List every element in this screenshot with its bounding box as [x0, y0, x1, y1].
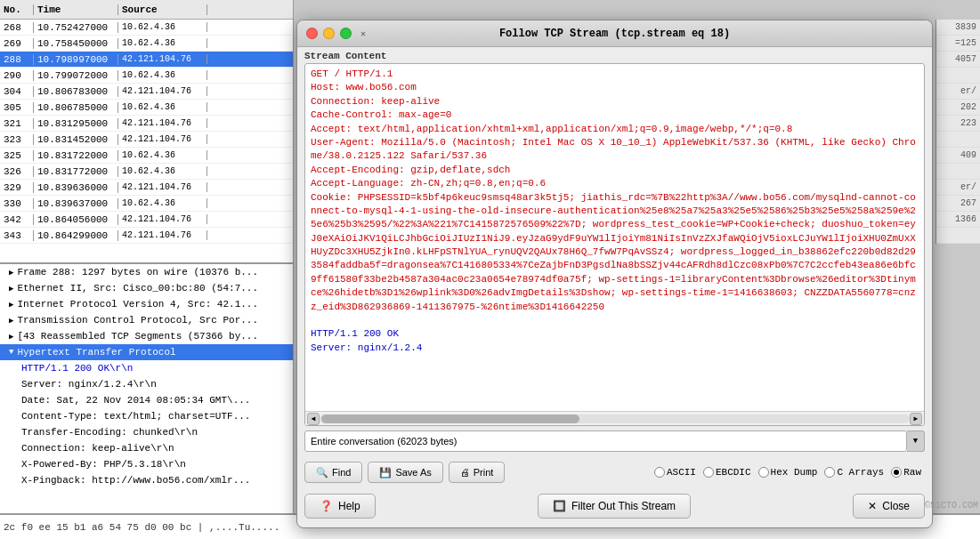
tree-panel: Frame 288: 1297 bytes on wire (10376 b..…: [0, 262, 294, 539]
side-number: 409: [936, 148, 980, 164]
horizontal-scrollbar[interactable]: ◀ ▶: [305, 411, 924, 425]
help-button[interactable]: ❓ Help: [304, 494, 376, 519]
packet-time: 10.864299000: [34, 230, 118, 241]
table-row[interactable]: 268 10.752427000 10.62.4.36: [0, 20, 293, 36]
packet-no: 304: [0, 86, 34, 97]
radio-option-raw[interactable]: Raw: [891, 467, 921, 478]
packet-src: 42.121.104.76: [118, 214, 207, 224]
side-number: 4057: [936, 52, 980, 68]
side-number: 3839: [936, 20, 980, 36]
table-row[interactable]: 325 10.831722000 10.62.4.36: [0, 148, 293, 164]
list-item[interactable]: HTTP/1.1 200 OK\r\n: [0, 360, 293, 376]
side-number: =125: [936, 36, 980, 52]
packet-no: 325: [0, 150, 34, 161]
tree-items-container: Frame 288: 1297 bytes on wire (10376 b..…: [0, 264, 293, 488]
packet-time: 10.831452000: [34, 134, 118, 145]
close-traffic-light[interactable]: [306, 28, 318, 39]
side-number: [936, 228, 980, 244]
close-button[interactable]: ✕ Close: [853, 494, 925, 519]
table-row[interactable]: 330 10.839637000 10.62.4.36: [0, 196, 293, 212]
side-number: [936, 132, 980, 148]
scroll-thumb[interactable]: [321, 414, 579, 423]
table-row[interactable]: 305 10.806785000 10.62.4.36: [0, 100, 293, 116]
dialog-titlebar: ✕ Follow TCP Stream (tcp.stream eq 18): [297, 20, 932, 47]
radio-option-ascii[interactable]: ASCII: [654, 467, 696, 478]
list-item[interactable]: X-Powered-By: PHP/5.3.18\r\n: [0, 456, 293, 472]
packet-time: 10.799072000: [34, 70, 118, 81]
conversation-dropdown-arrow[interactable]: ▼: [907, 430, 925, 452]
table-row[interactable]: 290 10.799072000 10.62.4.36: [0, 68, 293, 84]
table-row[interactable]: 269 10.758450000 10.62.4.36: [0, 36, 293, 52]
packet-time: 10.839636000: [34, 182, 118, 193]
list-item[interactable]: Date: Sat, 22 Nov 2014 08:05:34 GMT\...: [0, 392, 293, 408]
packet-src: 42.121.104.76: [118, 118, 207, 128]
radio-circle: [824, 467, 835, 478]
side-number: [936, 164, 980, 180]
packet-src: 42.121.104.76: [118, 86, 207, 96]
maximize-traffic-light[interactable]: [340, 28, 352, 39]
packet-time: 10.839637000: [34, 198, 118, 209]
save-as-button[interactable]: 💾 Save As: [368, 462, 442, 483]
find-button[interactable]: 🔍 Find: [304, 462, 362, 483]
radio-option-c-arrays[interactable]: C Arrays: [824, 467, 884, 478]
packet-src: 42.121.104.76: [118, 182, 207, 192]
list-item[interactable]: Connection: keep-alive\r\n: [0, 440, 293, 456]
side-number: 267: [936, 196, 980, 212]
radio-label: Hex Dump: [771, 467, 818, 478]
minimize-traffic-light[interactable]: [323, 28, 335, 39]
table-row[interactable]: 304 10.806783000 42.121.104.76: [0, 84, 293, 100]
table-row[interactable]: 323 10.831452000 42.121.104.76: [0, 132, 293, 148]
radio-circle: [703, 467, 714, 478]
list-item[interactable]: [43 Reassembled TCP Segments (57366 by..…: [0, 328, 293, 344]
conversation-bar: Entire conversation (62023 bytes) ▼: [304, 430, 925, 453]
side-number: er/: [936, 84, 980, 100]
packet-src: 42.121.104.76: [118, 230, 207, 240]
list-item[interactable]: X-Pingback: http://www.bo56.com/xmlr...: [0, 472, 293, 488]
scroll-right-arrow[interactable]: ▶: [910, 413, 922, 425]
radio-option-hex-dump[interactable]: Hex Dump: [758, 467, 818, 478]
list-item[interactable]: Transfer-Encoding: chunked\r\n: [0, 424, 293, 440]
list-item[interactable]: Internet Protocol Version 4, Src: 42.1..…: [0, 296, 293, 312]
packet-no: 330: [0, 198, 34, 209]
radio-label: ASCII: [667, 467, 696, 478]
packet-header: No. Time Source: [0, 0, 293, 20]
packet-src: 10.62.4.36: [118, 38, 207, 48]
list-item[interactable]: Frame 288: 1297 bytes on wire (10376 b..…: [0, 264, 293, 280]
radio-label: EBCDIC: [716, 467, 751, 478]
table-row[interactable]: 329 10.839636000 42.121.104.76: [0, 180, 293, 196]
bottom-buttons-row: ❓ Help 🔲 Filter Out This Stream ✕ Close: [304, 492, 925, 520]
packet-src: 42.121.104.76: [118, 54, 207, 64]
radio-circle: [654, 467, 665, 478]
watermark: ©51CTO.COM: [925, 501, 978, 511]
table-row[interactable]: 326 10.831772000 10.62.4.36: [0, 164, 293, 180]
dialog-title: Follow TCP Stream (tcp.stream eq 18): [499, 28, 730, 40]
table-row[interactable]: 342 10.864056000 42.121.104.76: [0, 212, 293, 228]
print-button[interactable]: 🖨 Print: [449, 462, 506, 483]
list-item[interactable]: Hypertext Transfer Protocol: [0, 344, 293, 360]
hex-content: 2c f0 ee 15 b1 a6 54 75 d0 00 bc | ,....…: [4, 522, 279, 533]
radio-option-ebcdic[interactable]: EBCDIC: [703, 467, 751, 478]
conversation-select[interactable]: Entire conversation (62023 bytes): [304, 430, 907, 452]
save-icon: 💾: [379, 467, 392, 479]
stream-text-area[interactable]: GET / HTTP/1.1 Host: www.bo56.com Connec…: [305, 64, 924, 411]
side-number: 202: [936, 100, 980, 116]
scroll-left-arrow[interactable]: ◀: [307, 413, 320, 425]
filter-out-button[interactable]: 🔲 Filter Out This Stream: [538, 494, 691, 519]
table-row[interactable]: 343 10.864299000 42.121.104.76: [0, 228, 293, 244]
packet-time: 10.864056000: [34, 214, 118, 225]
radio-circle: [758, 467, 769, 478]
list-item[interactable]: Transmission Control Protocol, Src Por..…: [0, 312, 293, 328]
table-row[interactable]: 288 10.798997000 42.121.104.76: [0, 52, 293, 68]
packet-src: 10.62.4.36: [118, 70, 207, 80]
side-number: [936, 68, 980, 84]
list-item[interactable]: Server: nginx/1.2.4\r\n: [0, 376, 293, 392]
table-row[interactable]: 321 10.831295000 42.121.104.76: [0, 116, 293, 132]
packet-time: 10.752427000: [34, 22, 118, 33]
packet-src: 10.62.4.36: [118, 102, 207, 112]
packet-src: 42.121.104.76: [118, 134, 207, 144]
list-item[interactable]: Content-Type: text/html; charset=UTF...: [0, 408, 293, 424]
list-item[interactable]: Ethernet II, Src: Cisco_00:bc:80 (54:7..…: [0, 280, 293, 296]
packet-time: 10.758450000: [34, 38, 118, 49]
radio-label: C Arrays: [837, 467, 884, 478]
help-icon: ❓: [320, 500, 333, 512]
